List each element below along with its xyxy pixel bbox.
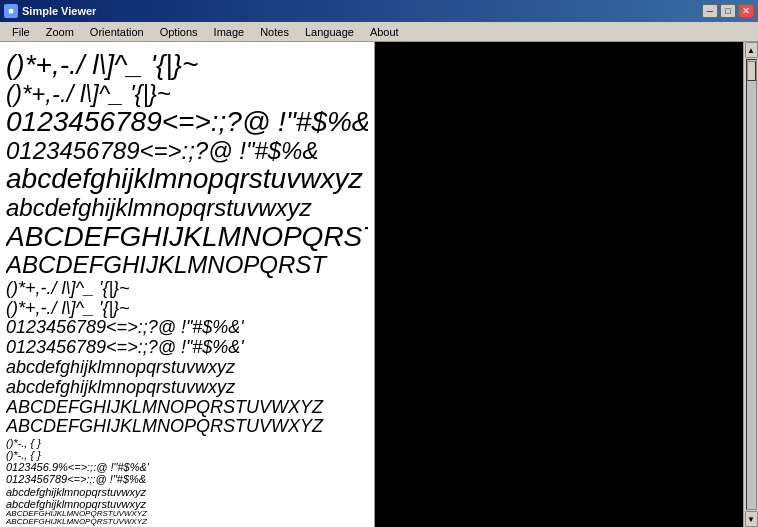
specimen-line: 0123456789<=>:;?@ !"#$%&' bbox=[6, 318, 368, 338]
menu-image[interactable]: Image bbox=[206, 24, 253, 40]
menu-bar: File Zoom Orientation Options Image Note… bbox=[0, 22, 758, 42]
specimen-line: abcdefghijklmnopqrstuvwxyz bbox=[6, 486, 368, 498]
scroll-track[interactable] bbox=[746, 59, 757, 510]
menu-zoom[interactable]: Zoom bbox=[38, 24, 82, 40]
specimen-line: ABCDEFGHIJKLMNOPQRST bbox=[6, 222, 368, 253]
close-button[interactable]: ✕ bbox=[738, 4, 754, 18]
specimen-line: ()*+,-./ l\]^_ '{|}~ bbox=[6, 279, 368, 299]
specimen-line: 0123456789<=>:;?@ !"#$%& bbox=[6, 107, 368, 138]
title-bar-left: ■ Simple Viewer bbox=[4, 4, 96, 18]
title-controls[interactable]: ─ □ ✕ bbox=[702, 4, 754, 18]
specimen-line: 0123456.9%<=>:;:@ !"#$%&' bbox=[6, 461, 368, 473]
specimen-line: ()*+,-./ l\]^_ '{|}~ bbox=[6, 50, 368, 81]
scroll-up-button[interactable]: ▲ bbox=[745, 42, 758, 58]
main-area: ()*+,-./ l\]^_ '{|}~ ()*+,-./ l\]^_ '{|}… bbox=[0, 42, 758, 527]
minimize-button[interactable]: ─ bbox=[702, 4, 718, 18]
scroll-thumb[interactable] bbox=[747, 61, 756, 81]
specimen-line: ()*-., { } bbox=[6, 437, 368, 449]
specimen-line: abcdefghijklmnopqrstuvwxyz bbox=[6, 378, 368, 398]
right-panel: ▲ ▼ bbox=[375, 42, 758, 527]
font-specimen-panel: ()*+,-./ l\]^_ '{|}~ ()*+,-./ l\]^_ '{|}… bbox=[0, 42, 375, 527]
specimen-line: ABCDEFGHIJKLMNOPQRSTUVWXYZ bbox=[6, 398, 368, 418]
menu-file[interactable]: File bbox=[4, 24, 38, 40]
specimen-line: ABCDEFGHIJKLMNOPQRST bbox=[6, 252, 368, 278]
menu-options[interactable]: Options bbox=[152, 24, 206, 40]
menu-language[interactable]: Language bbox=[297, 24, 362, 40]
specimen-line: ABCDEFGHIJKLMNOPQRSTUVWXYZ bbox=[6, 510, 368, 519]
app-icon: ■ bbox=[4, 4, 18, 18]
specimen-line: abcdefghijklmnopqrstuvwxyz bbox=[6, 164, 368, 195]
specimen-line: ABCDEFGHIJKLMNOPQRSTUVWXYZ bbox=[6, 518, 368, 527]
specimen-line: abcdefghijklmnopqrstuvwxyz bbox=[6, 358, 368, 378]
specimen-line: 0123456789<=>:;?@ !"#$%&' bbox=[6, 338, 368, 358]
specimen-line: abcdefghijklmnopqrstuvwxyz bbox=[6, 195, 368, 221]
specimen-line: abcdefghijklmnopqrstuvwxyz bbox=[6, 498, 368, 510]
menu-orientation[interactable]: Orientation bbox=[82, 24, 152, 40]
specimen-line: ()*+,-./ l\]^_ '{|}~ bbox=[6, 299, 368, 319]
specimen-line: ()*+,-./ l\]^_ '{|}~ bbox=[6, 81, 368, 107]
maximize-button[interactable]: □ bbox=[720, 4, 736, 18]
menu-about[interactable]: About bbox=[362, 24, 407, 40]
menu-notes[interactable]: Notes bbox=[252, 24, 297, 40]
window-title: Simple Viewer bbox=[22, 5, 96, 17]
title-bar: ■ Simple Viewer ─ □ ✕ bbox=[0, 0, 758, 22]
scroll-down-button[interactable]: ▼ bbox=[745, 511, 758, 527]
specimen-line: ()*-., { } bbox=[6, 449, 368, 461]
specimen-line: ABCDEFGHIJKLMNOPQRSTUVWXYZ bbox=[6, 417, 368, 437]
scrollbar[interactable]: ▲ ▼ bbox=[743, 42, 758, 527]
specimen-line: 0123456789<=>:;?@ !"#$%& bbox=[6, 138, 368, 164]
specimen-line: 0123456789<=>:;:@ !"#$%& bbox=[6, 473, 368, 485]
